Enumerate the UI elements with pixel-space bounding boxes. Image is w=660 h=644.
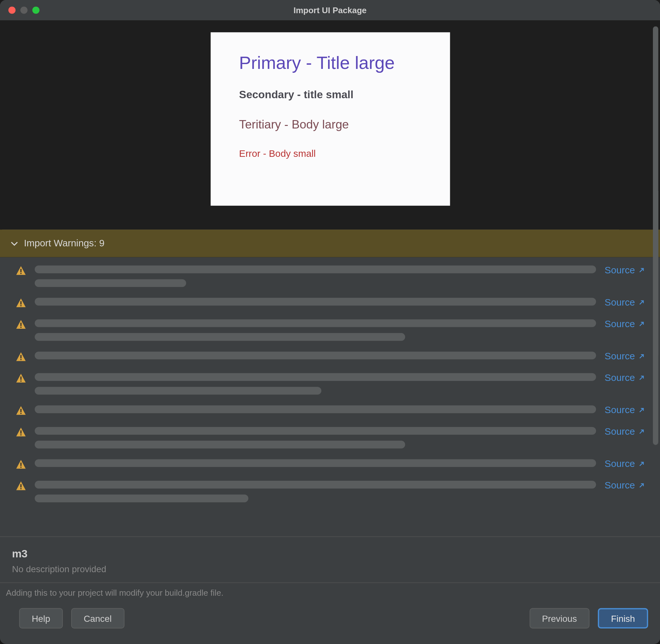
redacted-text-line: [35, 459, 596, 467]
warning-text: [35, 266, 596, 287]
import-dialog: Import UI Package Primary - Title large …: [0, 0, 660, 644]
warning-row: Source: [16, 406, 644, 416]
svg-rect-15: [20, 466, 21, 467]
external-link-icon: [638, 429, 644, 435]
redacted-text-line: [35, 373, 596, 381]
external-link-icon: [638, 461, 644, 467]
source-link[interactable]: Source: [604, 319, 644, 329]
source-link[interactable]: Source: [604, 351, 644, 362]
warning-text: [35, 352, 596, 359]
warning-icon: [16, 481, 26, 491]
svg-rect-8: [20, 376, 21, 380]
package-name: m3: [12, 548, 648, 560]
svg-rect-13: [20, 434, 21, 435]
source-link[interactable]: Source: [604, 480, 644, 491]
preview-pane: Primary - Title large Secondary - title …: [0, 20, 660, 230]
source-link[interactable]: Source: [604, 405, 644, 415]
source-link[interactable]: Source: [604, 426, 644, 437]
previous-button[interactable]: Previous: [529, 608, 589, 628]
source-link-label: Source: [604, 319, 635, 329]
redacted-text-line: [35, 427, 596, 435]
warning-row: Source: [16, 298, 644, 308]
redacted-text-line: [35, 298, 596, 305]
source-link[interactable]: Source: [604, 459, 644, 469]
window-maximize-button[interactable]: [32, 6, 39, 14]
warning-row: Source: [16, 459, 644, 470]
warning-icon: [16, 352, 26, 362]
warning-text: [35, 481, 596, 502]
svg-rect-14: [20, 463, 21, 466]
redacted-text-line: [35, 387, 321, 394]
warning-row: Source: [16, 266, 644, 287]
gradle-note: Adding this to your project will modify …: [6, 588, 648, 597]
source-link-label: Source: [604, 459, 635, 469]
external-link-icon: [638, 483, 644, 489]
warning-row: Source: [16, 352, 644, 362]
external-link-icon: [638, 353, 644, 359]
source-link[interactable]: Source: [604, 372, 644, 383]
cancel-button[interactable]: Cancel: [71, 608, 125, 628]
svg-rect-11: [20, 413, 21, 414]
warning-icon: [16, 406, 26, 416]
svg-rect-1: [20, 273, 21, 274]
window-close-button[interactable]: [8, 6, 16, 14]
preview-text-primary: Primary - Title large: [239, 52, 421, 73]
source-link-label: Source: [604, 405, 635, 415]
svg-rect-12: [20, 430, 21, 433]
redacted-text-line: [35, 406, 596, 413]
redacted-text-line: [35, 319, 596, 327]
source-link-label: Source: [604, 297, 635, 308]
warning-text: [35, 459, 596, 467]
svg-rect-6: [20, 355, 21, 358]
warning-icon: [16, 266, 26, 276]
source-link[interactable]: Source: [604, 297, 644, 308]
svg-rect-3: [20, 305, 21, 306]
svg-rect-2: [20, 301, 21, 304]
external-link-icon: [638, 299, 644, 305]
warning-text: [35, 319, 596, 341]
svg-rect-4: [20, 323, 21, 326]
warnings-section-header[interactable]: Import Warnings: 9: [0, 230, 660, 257]
warnings-header-label: Import Warnings: 9: [24, 238, 104, 249]
warning-row: Source: [16, 319, 644, 341]
external-link-icon: [638, 321, 644, 327]
dialog-footer: Adding this to your project will modify …: [0, 582, 660, 644]
svg-rect-16: [20, 484, 21, 487]
warning-text: [35, 427, 596, 448]
external-link-icon: [638, 267, 644, 273]
warning-row: Source: [16, 373, 644, 395]
redacted-text-line: [35, 352, 596, 359]
redacted-text-line: [35, 279, 186, 287]
warning-icon: [16, 459, 26, 470]
finish-button[interactable]: Finish: [598, 608, 648, 628]
preview-text-tertiary: Teritiary - Body large: [239, 118, 421, 132]
preview-text-secondary: Secondary - title small: [239, 89, 421, 101]
source-link[interactable]: Source: [604, 265, 644, 276]
warning-row: Source: [16, 481, 644, 502]
redacted-text-line: [35, 481, 596, 488]
svg-rect-5: [20, 327, 21, 328]
svg-rect-9: [20, 381, 21, 382]
window-minimize-button[interactable]: [20, 6, 27, 14]
warning-text: [35, 373, 596, 395]
help-button[interactable]: Help: [19, 608, 63, 628]
chevron-down-icon: [10, 240, 18, 247]
warning-icon: [16, 427, 26, 438]
window-controls: [8, 6, 40, 14]
source-link-label: Source: [604, 372, 635, 383]
dialog-content: Primary - Title large Secondary - title …: [0, 20, 660, 644]
svg-rect-10: [20, 409, 21, 412]
package-description: No description provided: [12, 564, 648, 574]
button-row: Help Cancel Previous Finish: [6, 608, 648, 628]
source-link-label: Source: [604, 480, 635, 491]
svg-rect-0: [20, 269, 21, 272]
warning-row: Source: [16, 427, 644, 448]
warning-icon: [16, 319, 26, 330]
warning-text: [35, 406, 596, 413]
redacted-text-line: [35, 266, 596, 273]
scrollbar[interactable]: [653, 26, 658, 445]
preview-card: Primary - Title large Secondary - title …: [211, 32, 450, 206]
svg-rect-7: [20, 359, 21, 360]
package-meta: m3 No description provided: [0, 536, 660, 582]
redacted-text-line: [35, 441, 405, 448]
